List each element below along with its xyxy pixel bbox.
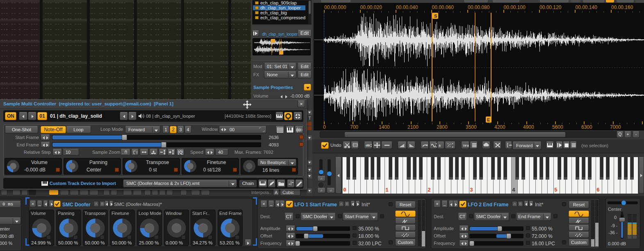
svg-text:2800: 2800 bbox=[437, 124, 448, 130]
svg-text:..: .. bbox=[122, 151, 124, 155]
svg-text:00.00.140: 00.00.140 bbox=[576, 5, 598, 10]
svg-text:7000: 7000 bbox=[610, 124, 621, 130]
svg-text:E: E bbox=[487, 117, 490, 122]
svg-text:00.00.000: 00.00.000 bbox=[324, 5, 346, 10]
svg-text:3500: 3500 bbox=[466, 124, 477, 130]
svg-text:00.00.120: 00.00.120 bbox=[539, 5, 562, 10]
svg-text:00.00.160: 00.00.160 bbox=[611, 5, 633, 10]
svg-text:4200: 4200 bbox=[494, 124, 505, 130]
svg-text:[Q]: [Q] bbox=[178, 150, 183, 155]
svg-text:0: 0 bbox=[323, 124, 326, 130]
svg-text:dB: dB bbox=[366, 144, 370, 147]
svg-text:00.00.080: 00.00.080 bbox=[468, 5, 490, 10]
svg-text:6300: 6300 bbox=[581, 124, 592, 130]
svg-text:1400: 1400 bbox=[379, 124, 390, 130]
svg-text:TFX: TFX bbox=[463, 144, 469, 148]
svg-text:±: ± bbox=[439, 143, 441, 148]
svg-text:2100: 2100 bbox=[407, 124, 419, 130]
svg-text:700: 700 bbox=[350, 124, 358, 130]
svg-text:S: S bbox=[434, 14, 437, 18]
svg-text:00.00.060: 00.00.060 bbox=[432, 5, 454, 10]
svg-text:5600: 5600 bbox=[552, 124, 563, 130]
svg-text:4900: 4900 bbox=[523, 124, 534, 130]
svg-text:00.00.040: 00.00.040 bbox=[396, 5, 418, 10]
svg-text:00.00.100: 00.00.100 bbox=[504, 5, 526, 10]
svg-text:00.00.020: 00.00.020 bbox=[360, 5, 382, 10]
